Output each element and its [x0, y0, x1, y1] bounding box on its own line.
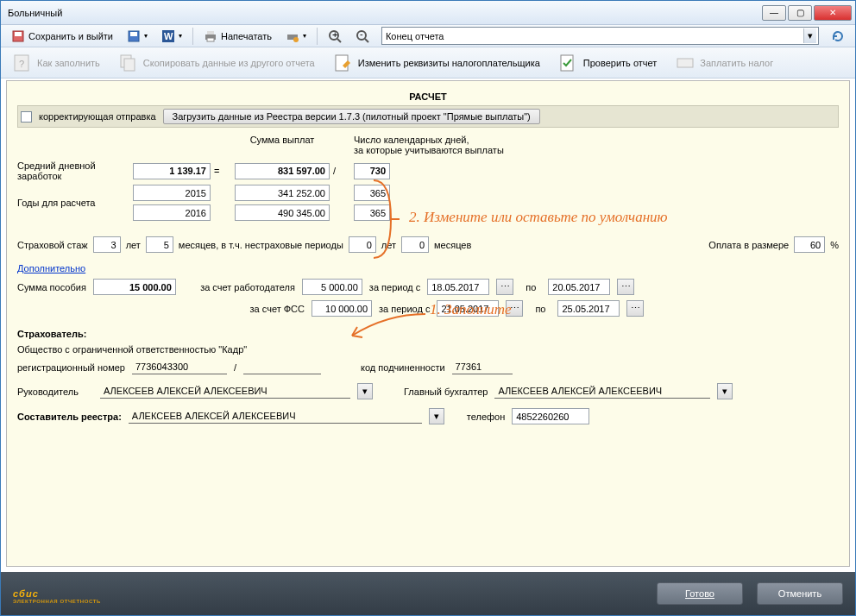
- reg-num-input[interactable]: [132, 360, 227, 374]
- additional-link[interactable]: Дополнительно: [17, 263, 85, 273]
- nonins-months-input[interactable]: [401, 236, 429, 253]
- word-icon: W: [161, 29, 175, 43]
- svg-line-12: [337, 39, 341, 42]
- correction-label: корректирующая отправка: [39, 111, 156, 122]
- titlebar: Больничный — ▢ ✕: [1, 1, 855, 25]
- copy-icon: [119, 53, 138, 72]
- avg-daily-label: Средний дневной заработок: [17, 160, 129, 181]
- section-title: РАСЧЕТ: [17, 88, 839, 105]
- help-icon: ?: [13, 53, 32, 72]
- total-days-input[interactable]: [354, 163, 390, 179]
- stazh-months-input[interactable]: [146, 236, 173, 253]
- copy-data-button: Скопировать данные из другого отчета: [112, 50, 322, 76]
- logo: сбис ЭЛЕКТРОННАЯ ОТЧЕТНОСТЬ: [13, 583, 101, 604]
- change-requisites-button[interactable]: Изменить реквизиты налогоплательщика: [327, 50, 547, 76]
- pay-rate-input[interactable]: [794, 236, 825, 253]
- maximize-button[interactable]: ▢: [788, 5, 812, 21]
- nav-combo[interactable]: Конец отчета ▾: [381, 27, 819, 45]
- year1-sum-input[interactable]: [235, 185, 330, 201]
- days-header: Число календарных дней,за которые учитыв…: [354, 135, 526, 155]
- pay-icon: [676, 53, 695, 72]
- emp-date-to-input[interactable]: [548, 279, 610, 295]
- stazh-years-input[interactable]: [93, 236, 121, 253]
- zoom-out-button[interactable]: -: [350, 28, 374, 45]
- printer-icon: [204, 29, 217, 43]
- edit-doc-icon: [334, 53, 353, 72]
- svg-rect-1: [15, 32, 22, 36]
- emp-date-from-input[interactable]: [427, 279, 489, 295]
- head-input[interactable]: [100, 384, 350, 399]
- close-button[interactable]: ✕: [814, 5, 852, 21]
- content-area: РАСЧЕТ корректирующая отправка Загрузить…: [6, 80, 850, 567]
- svg-line-15: [365, 39, 368, 42]
- refresh-icon: [831, 29, 845, 43]
- pay-tax-button: Заплатить налог: [669, 50, 780, 76]
- correction-checkbox[interactable]: [21, 111, 32, 123]
- total-sum-input[interactable]: [235, 163, 330, 179]
- cancel-button[interactable]: Отменить: [757, 582, 843, 605]
- zoom-in-button[interactable]: +: [323, 28, 347, 45]
- main-toolbar: Сохранить и выйти ▾ W▾ Напечатать ▾ + - …: [1, 25, 855, 47]
- dropdown-button[interactable]: ▾: [429, 408, 444, 424]
- svg-rect-3: [130, 32, 137, 36]
- secondary-toolbar: ? Как заполнить Скопировать данные из др…: [1, 47, 855, 79]
- save-button[interactable]: ▾: [122, 28, 153, 45]
- load-registry-button[interactable]: Загрузить данные из Реестра версии 1.7.3…: [163, 109, 540, 124]
- zoom-out-icon: -: [356, 29, 369, 43]
- insurer-title: Страхователь:: [17, 329, 86, 339]
- svg-rect-22: [561, 55, 573, 71]
- word-button[interactable]: W▾: [156, 28, 187, 45]
- refresh-button[interactable]: [826, 28, 850, 45]
- ok-button[interactable]: Готово: [657, 582, 743, 605]
- save-exit-button[interactable]: Сохранить и выйти: [6, 28, 118, 45]
- calendar-button[interactable]: ⋯: [496, 279, 513, 295]
- svg-rect-23: [677, 59, 693, 67]
- svg-rect-7: [207, 31, 214, 35]
- svg-text:-: -: [360, 29, 363, 39]
- year2-input[interactable]: [133, 204, 211, 221]
- print-button[interactable]: Напечатать: [198, 28, 277, 45]
- fss-date-from-input[interactable]: [437, 300, 499, 317]
- year1-input[interactable]: [133, 185, 211, 201]
- year2-days-input[interactable]: [354, 204, 390, 221]
- disk-icon: [127, 29, 141, 43]
- employer-sum-input[interactable]: [302, 279, 362, 295]
- reg-num2-input[interactable]: [243, 360, 321, 374]
- year1-days-input[interactable]: [354, 185, 390, 201]
- window-title: Больничный: [8, 8, 762, 18]
- nonins-years-input[interactable]: [349, 236, 376, 253]
- save-icon: [11, 29, 25, 43]
- svg-text:+: +: [332, 29, 337, 40]
- accountant-input[interactable]: [494, 384, 710, 399]
- fss-sum-input[interactable]: [312, 300, 372, 317]
- sub-code-input[interactable]: [452, 360, 513, 374]
- check-report-button[interactable]: Проверить отчет: [552, 50, 664, 76]
- svg-text:?: ?: [19, 59, 24, 69]
- svg-point-10: [293, 37, 299, 42]
- sum-payments-header: Сумма выплат: [235, 135, 330, 155]
- dropdown-button[interactable]: ▾: [357, 383, 373, 399]
- avg-daily-input[interactable]: [133, 163, 211, 179]
- print-dropdown-button[interactable]: ▾: [280, 28, 312, 45]
- org-name: Общество с ограниченной ответственностью…: [17, 344, 247, 355]
- calendar-button[interactable]: ⋯: [626, 300, 644, 317]
- footer: сбис ЭЛЕКТРОННАЯ ОТЧЕТНОСТЬ Готово Отмен…: [1, 572, 855, 615]
- svg-rect-8: [207, 38, 214, 41]
- printer-gear-icon: [286, 29, 299, 43]
- chevron-down-icon[interactable]: ▾: [803, 28, 816, 43]
- year2-sum-input[interactable]: [235, 204, 330, 221]
- svg-text:W: W: [164, 31, 173, 41]
- stazh-label: Страховой стаж: [17, 240, 88, 250]
- svg-rect-20: [124, 59, 135, 71]
- minimize-button[interactable]: —: [762, 5, 786, 21]
- compiler-input[interactable]: [129, 409, 422, 424]
- benefit-sum-label: Сумма пособия: [17, 282, 86, 292]
- benefit-sum-input[interactable]: [93, 279, 176, 295]
- check-icon: [559, 53, 578, 72]
- zoom-in-icon: +: [328, 29, 342, 43]
- dropdown-button[interactable]: ▾: [717, 383, 733, 399]
- calendar-button[interactable]: ⋯: [617, 279, 634, 295]
- phone-input[interactable]: [512, 408, 589, 424]
- calendar-button[interactable]: ⋯: [506, 300, 523, 317]
- fss-date-to-input[interactable]: [557, 300, 620, 317]
